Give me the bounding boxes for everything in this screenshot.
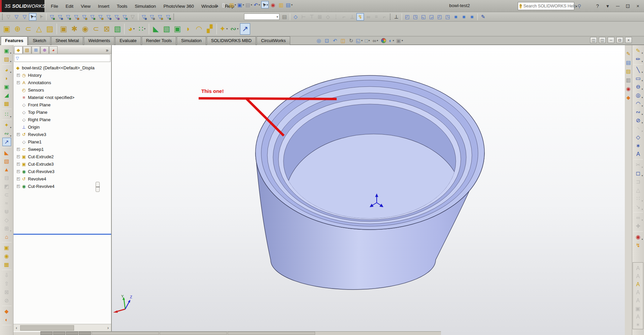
curves[interactable]: ∾▾ <box>2 129 11 138</box>
extruded-cut-vertical[interactable]: ▨▾ <box>2 55 11 63</box>
pane-left[interactable]: ◫ <box>590 37 597 43</box>
filter-cosmetic-threads[interactable]: ▽ <box>129 13 136 21</box>
tree-horizontal-scrollbar[interactable]: ‹ › <box>13 324 111 331</box>
zoom-to-fit[interactable]: ◎ <box>315 37 323 44</box>
polygon[interactable]: ◇ <box>634 133 643 141</box>
toolbar-grip[interactable] <box>173 13 175 20</box>
filter-midpoints[interactable]: ▽ <box>121 13 128 21</box>
expander[interactable]: + <box>17 185 20 188</box>
note-folder[interactable]: A <box>634 280 642 289</box>
xpress-products[interactable]: ◉ <box>269 1 277 8</box>
centerpoint-arc[interactable]: ◠▾ <box>634 99 643 108</box>
tab-sheet-metal[interactable]: Sheet Metal <box>51 36 83 45</box>
tooling-split[interactable]: ◐ <box>2 315 11 324</box>
view-back[interactable]: ◳ <box>412 13 419 21</box>
tab-stub[interactable] <box>79 332 91 335</box>
tab-evaluate[interactable]: Evaluate <box>115 36 141 45</box>
new-document[interactable]: ▯▾ <box>221 1 228 8</box>
filter-notes[interactable]: ▽ <box>148 13 156 21</box>
swept-boss[interactable]: ⊂ <box>23 23 33 35</box>
revolved-boss[interactable]: ⊕ <box>12 23 23 35</box>
tab-features[interactable]: Features <box>1 36 28 45</box>
expander[interactable]: + <box>17 155 20 158</box>
search-dropdown-arrow[interactable]: ▾ <box>576 5 577 8</box>
section-view[interactable]: ◫ <box>339 37 347 44</box>
curves-flyout[interactable]: ∾▾ <box>229 23 239 35</box>
tab-solidworks-mbd[interactable]: SOLIDWORKS MBD <box>207 36 256 45</box>
display-style[interactable]: □▾ <box>364 37 371 44</box>
text[interactable]: A <box>634 150 643 158</box>
view-left[interactable]: ◱ <box>420 13 427 21</box>
corner-rectangle[interactable]: ▭▾ <box>634 74 643 82</box>
instant3d-vertical[interactable]: ↗ <box>2 138 11 146</box>
autodimension[interactable]: ↯ <box>357 13 364 21</box>
tree-item-material-not-specified-[interactable]: ≡Material <not specified> <box>13 94 111 101</box>
boundary-boss[interactable]: ▨ <box>45 23 55 35</box>
scrollbar-thumb[interactable] <box>20 325 74 331</box>
doc-restore[interactable]: ⊡ <box>616 37 623 43</box>
sketch-entity-pen[interactable]: ✎ <box>479 13 487 21</box>
design-library-tab[interactable]: ▤ <box>625 58 632 67</box>
3d-drawing-view[interactable]: ↻ <box>347 37 355 44</box>
tab-weldments[interactable]: Weldments <box>84 36 114 45</box>
instant3d[interactable]: ↗ <box>240 23 250 35</box>
doc-close[interactable]: × <box>625 37 632 43</box>
draft[interactable]: ◣ <box>151 23 161 35</box>
tree-item-front-plane[interactable]: ◇Front Plane <box>13 101 111 108</box>
menu-tools[interactable]: Tools <box>113 1 131 12</box>
smart-dimension-sketch[interactable]: ✏▾ <box>634 55 643 63</box>
expander[interactable]: + <box>17 81 20 84</box>
view-front[interactable]: ◰ <box>404 13 411 21</box>
tab-stub[interactable] <box>92 332 159 335</box>
dimension-style-combo[interactable]: ▾ <box>244 13 279 20</box>
tree-filter-input[interactable] <box>20 55 110 61</box>
wrap[interactable]: ◗ <box>183 23 193 35</box>
expander[interactable]: + <box>17 133 20 136</box>
view-right[interactable]: ◲ <box>428 13 435 21</box>
file-properties[interactable]: ▥ <box>277 1 285 8</box>
fillet[interactable]: ◕▾ <box>126 23 136 35</box>
line[interactable]: ╲▾ <box>634 66 643 74</box>
close-button[interactable]: × <box>634 2 642 9</box>
file-explorer-tab[interactable]: ▨ <box>625 67 632 75</box>
anchor[interactable]: ⊥ <box>393 13 400 21</box>
hole-wizard-vertical[interactable]: ▩ <box>2 99 11 108</box>
options[interactable]: ▤▾ <box>285 1 293 8</box>
filter-faces-2[interactable]: ▽ <box>64 13 72 21</box>
panel-chevron[interactable]: » <box>104 47 110 54</box>
search-icon[interactable]: ⚲ <box>578 3 581 9</box>
tree-item-sweep1[interactable]: +⊂Sweep1 <box>13 145 111 153</box>
print-document[interactable]: ▤▾ <box>245 1 252 8</box>
tree-filter-box[interactable]: ▽ <box>14 54 110 62</box>
filter-surface-bodies[interactable]: ▽ <box>72 13 80 21</box>
doc-minimize[interactable]: ─ <box>608 37 614 43</box>
scroll-left-arrow[interactable]: ‹ <box>13 325 20 330</box>
core[interactable]: ⌂ <box>2 233 11 241</box>
sketch[interactable]: ✎▾ <box>634 46 643 55</box>
tab-sketch[interactable]: Sketch <box>28 36 50 45</box>
sketch-flyout[interactable]: ✦▾ <box>218 23 229 35</box>
view-dimetric[interactable]: ■ <box>468 13 476 21</box>
menu-photoview-360[interactable]: PhotoView 360 <box>160 1 198 12</box>
revolved-cut[interactable]: ◉ <box>80 23 90 35</box>
view-bottom[interactable]: ◳ <box>444 13 451 21</box>
tab-render-tools[interactable]: Render Tools <box>142 36 176 45</box>
save-document[interactable]: ▣▾ <box>237 1 244 8</box>
menu-simulation[interactable]: Simulation <box>131 1 160 12</box>
extruded-boss[interactable]: ▣ <box>2 23 12 35</box>
previous-view[interactable]: ↶ <box>331 37 339 44</box>
tree-item-revolve4[interactable]: +↺Revolve4 <box>13 175 111 182</box>
view-palette-tab[interactable]: ▥ <box>625 75 632 84</box>
circle[interactable]: ◎▾ <box>634 91 643 99</box>
undo[interactable]: ↶▾ <box>253 1 261 8</box>
menu-edit[interactable]: Edit <box>62 1 77 12</box>
menu-file[interactable]: File <box>47 1 62 12</box>
annotation-text[interactable]: This one! <box>201 88 224 94</box>
view-isometric[interactable]: ■ <box>452 13 460 21</box>
pane-right[interactable]: ◫ <box>599 37 606 43</box>
boundary-cut[interactable]: ▧ <box>112 23 123 35</box>
filter-sketch-points[interactable]: ▽ <box>105 13 112 21</box>
graphics-area[interactable]: Y Z This one! <box>112 45 625 335</box>
draft-analysis[interactable]: ▧ <box>2 157 11 165</box>
tree-item-history[interactable]: +◷History <box>13 71 111 79</box>
